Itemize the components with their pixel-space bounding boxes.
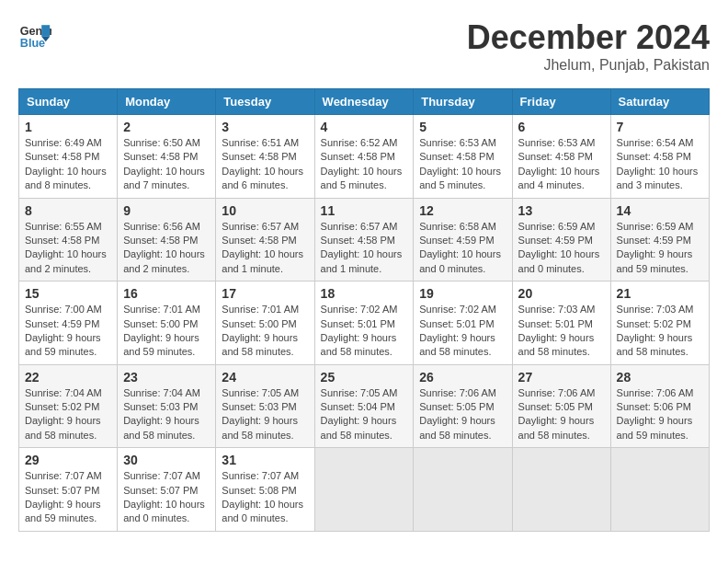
month-title: December 2024 xyxy=(467,18,710,57)
day-number: 14 xyxy=(617,203,703,218)
calendar-day-cell: 2Sunrise: 6:50 AM Sunset: 4:58 PM Daylig… xyxy=(118,115,216,199)
day-number: 11 xyxy=(321,203,408,218)
calendar-week-row: 29Sunrise: 7:07 AM Sunset: 5:07 PM Dayli… xyxy=(19,448,710,532)
day-info: Sunrise: 6:55 AM Sunset: 4:58 PM Dayligh… xyxy=(25,220,111,277)
calendar-day-cell: 26Sunrise: 7:06 AM Sunset: 5:05 PM Dayli… xyxy=(414,364,512,448)
day-info: Sunrise: 6:59 AM Sunset: 4:59 PM Dayligh… xyxy=(518,220,605,277)
calendar-day-cell: 18Sunrise: 7:02 AM Sunset: 5:01 PM Dayli… xyxy=(314,282,414,365)
svg-marker-2 xyxy=(41,25,50,37)
day-number: 15 xyxy=(25,286,111,301)
day-number: 10 xyxy=(222,203,308,218)
day-number: 17 xyxy=(222,286,308,301)
calendar-week-row: 1Sunrise: 6:49 AM Sunset: 4:58 PM Daylig… xyxy=(19,115,710,199)
day-number: 3 xyxy=(222,120,308,134)
weekday-header-row: SundayMondayTuesdayWednesdayThursdayFrid… xyxy=(19,89,710,115)
day-number: 18 xyxy=(321,286,408,301)
calendar-table: SundayMondayTuesdayWednesdayThursdayFrid… xyxy=(18,88,710,532)
calendar-day-cell: 10Sunrise: 6:57 AM Sunset: 4:58 PM Dayli… xyxy=(216,198,314,282)
day-info: Sunrise: 7:06 AM Sunset: 5:06 PM Dayligh… xyxy=(617,386,703,443)
calendar-day-cell: 19Sunrise: 7:02 AM Sunset: 5:01 PM Dayli… xyxy=(414,282,512,365)
day-number: 8 xyxy=(25,203,111,218)
calendar-day-cell: 27Sunrise: 7:06 AM Sunset: 5:05 PM Dayli… xyxy=(512,364,610,448)
title-block: December 2024 Jhelum, Punjab, Pakistan xyxy=(467,18,710,74)
day-info: Sunrise: 7:04 AM Sunset: 5:02 PM Dayligh… xyxy=(25,386,111,443)
calendar-day-cell: 17Sunrise: 7:01 AM Sunset: 5:00 PM Dayli… xyxy=(216,282,314,365)
calendar-day-cell: 5Sunrise: 6:53 AM Sunset: 4:58 PM Daylig… xyxy=(414,115,512,199)
day-number: 31 xyxy=(222,453,308,467)
day-info: Sunrise: 6:57 AM Sunset: 4:58 PM Dayligh… xyxy=(222,220,308,277)
day-info: Sunrise: 7:06 AM Sunset: 5:05 PM Dayligh… xyxy=(419,386,506,443)
calendar-day-cell: 9Sunrise: 6:56 AM Sunset: 4:58 PM Daylig… xyxy=(118,198,216,282)
calendar-day-cell xyxy=(610,448,709,532)
calendar-day-cell: 3Sunrise: 6:51 AM Sunset: 4:58 PM Daylig… xyxy=(216,115,314,199)
day-info: Sunrise: 7:03 AM Sunset: 5:02 PM Dayligh… xyxy=(617,303,703,360)
weekday-header-cell: Saturday xyxy=(610,89,709,115)
day-number: 22 xyxy=(25,370,111,385)
day-info: Sunrise: 6:57 AM Sunset: 4:58 PM Dayligh… xyxy=(321,220,408,277)
calendar-day-cell: 29Sunrise: 7:07 AM Sunset: 5:07 PM Dayli… xyxy=(19,448,118,532)
day-number: 25 xyxy=(321,370,408,385)
day-number: 1 xyxy=(25,120,111,134)
day-info: Sunrise: 7:05 AM Sunset: 5:03 PM Dayligh… xyxy=(222,386,308,443)
location: Jhelum, Punjab, Pakistan xyxy=(467,57,710,74)
day-number: 6 xyxy=(518,120,605,134)
weekday-header-cell: Tuesday xyxy=(216,89,314,115)
calendar-day-cell: 15Sunrise: 7:00 AM Sunset: 4:59 PM Dayli… xyxy=(19,282,118,365)
calendar-day-cell: 1Sunrise: 6:49 AM Sunset: 4:58 PM Daylig… xyxy=(19,115,118,199)
day-info: Sunrise: 6:56 AM Sunset: 4:58 PM Dayligh… xyxy=(123,220,210,277)
weekday-header-cell: Wednesday xyxy=(314,89,414,115)
weekday-header-cell: Friday xyxy=(512,89,610,115)
calendar-day-cell: 28Sunrise: 7:06 AM Sunset: 5:06 PM Dayli… xyxy=(610,364,709,448)
day-info: Sunrise: 7:07 AM Sunset: 5:07 PM Dayligh… xyxy=(123,469,210,526)
calendar-day-cell: 7Sunrise: 6:54 AM Sunset: 4:58 PM Daylig… xyxy=(610,115,709,199)
calendar-day-cell: 21Sunrise: 7:03 AM Sunset: 5:02 PM Dayli… xyxy=(610,282,709,365)
calendar-day-cell: 25Sunrise: 7:05 AM Sunset: 5:04 PM Dayli… xyxy=(314,364,414,448)
calendar-day-cell: 14Sunrise: 6:59 AM Sunset: 4:59 PM Dayli… xyxy=(610,198,709,282)
svg-text:Blue: Blue xyxy=(20,37,45,50)
weekday-header-cell: Sunday xyxy=(19,89,118,115)
day-info: Sunrise: 6:53 AM Sunset: 4:58 PM Dayligh… xyxy=(419,136,506,193)
day-number: 7 xyxy=(617,120,703,134)
day-number: 12 xyxy=(419,203,506,218)
calendar-day-cell: 13Sunrise: 6:59 AM Sunset: 4:59 PM Dayli… xyxy=(512,198,610,282)
day-number: 20 xyxy=(518,286,605,301)
day-info: Sunrise: 7:00 AM Sunset: 4:59 PM Dayligh… xyxy=(25,303,111,360)
day-number: 23 xyxy=(123,370,210,385)
day-info: Sunrise: 6:52 AM Sunset: 4:58 PM Dayligh… xyxy=(321,136,408,193)
day-number: 21 xyxy=(617,286,703,301)
calendar-day-cell: 23Sunrise: 7:04 AM Sunset: 5:03 PM Dayli… xyxy=(118,364,216,448)
day-info: Sunrise: 7:06 AM Sunset: 5:05 PM Dayligh… xyxy=(518,386,605,443)
day-number: 2 xyxy=(123,120,210,134)
day-info: Sunrise: 7:02 AM Sunset: 5:01 PM Dayligh… xyxy=(321,303,408,360)
calendar-week-row: 15Sunrise: 7:00 AM Sunset: 4:59 PM Dayli… xyxy=(19,282,710,365)
calendar-day-cell xyxy=(314,448,414,532)
day-number: 26 xyxy=(419,370,506,385)
day-info: Sunrise: 7:01 AM Sunset: 5:00 PM Dayligh… xyxy=(222,303,308,360)
calendar-day-cell: 31Sunrise: 7:07 AM Sunset: 5:08 PM Dayli… xyxy=(216,448,314,532)
day-info: Sunrise: 7:04 AM Sunset: 5:03 PM Dayligh… xyxy=(123,386,210,443)
day-number: 19 xyxy=(419,286,506,301)
day-number: 24 xyxy=(222,370,308,385)
day-info: Sunrise: 6:49 AM Sunset: 4:58 PM Dayligh… xyxy=(25,136,111,193)
day-number: 5 xyxy=(419,120,506,134)
day-info: Sunrise: 6:54 AM Sunset: 4:58 PM Dayligh… xyxy=(617,136,703,193)
day-number: 4 xyxy=(321,120,408,134)
day-info: Sunrise: 7:07 AM Sunset: 5:08 PM Dayligh… xyxy=(222,469,308,526)
calendar-day-cell: 30Sunrise: 7:07 AM Sunset: 5:07 PM Dayli… xyxy=(118,448,216,532)
day-number: 30 xyxy=(123,453,210,467)
calendar-day-cell: 6Sunrise: 6:53 AM Sunset: 4:58 PM Daylig… xyxy=(512,115,610,199)
calendar-day-cell: 20Sunrise: 7:03 AM Sunset: 5:01 PM Dayli… xyxy=(512,282,610,365)
calendar-day-cell: 11Sunrise: 6:57 AM Sunset: 4:58 PM Dayli… xyxy=(314,198,414,282)
day-number: 13 xyxy=(518,203,605,218)
calendar-day-cell: 24Sunrise: 7:05 AM Sunset: 5:03 PM Dayli… xyxy=(216,364,314,448)
calendar-day-cell: 22Sunrise: 7:04 AM Sunset: 5:02 PM Dayli… xyxy=(19,364,118,448)
calendar-week-row: 22Sunrise: 7:04 AM Sunset: 5:02 PM Dayli… xyxy=(19,364,710,448)
calendar-day-cell xyxy=(414,448,512,532)
calendar-day-cell: 4Sunrise: 6:52 AM Sunset: 4:58 PM Daylig… xyxy=(314,115,414,199)
logo: General Blue xyxy=(18,18,51,52)
day-info: Sunrise: 6:51 AM Sunset: 4:58 PM Dayligh… xyxy=(222,136,308,193)
logo-icon: General Blue xyxy=(18,18,51,52)
weekday-header-cell: Thursday xyxy=(414,89,512,115)
day-number: 29 xyxy=(25,453,111,467)
day-number: 27 xyxy=(518,370,605,385)
